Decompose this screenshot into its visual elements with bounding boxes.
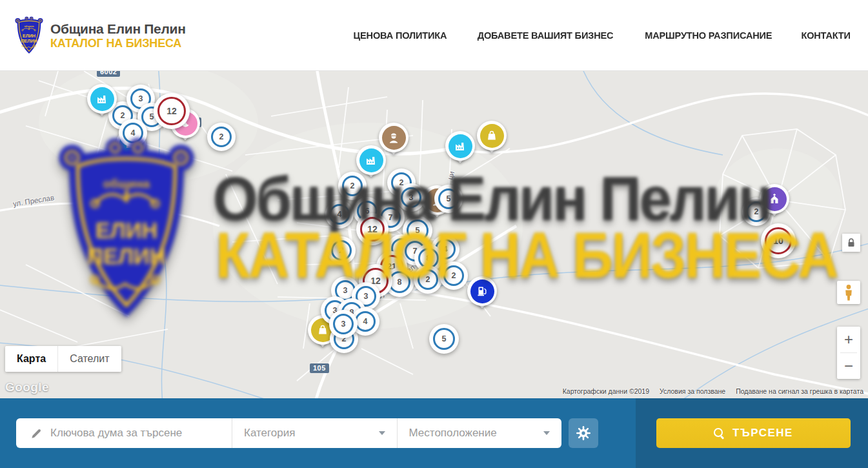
map-cluster-marker[interactable]: 12 xyxy=(154,93,190,129)
map-cluster-marker[interactable]: 2 xyxy=(439,261,468,290)
map-pin-marker[interactable] xyxy=(477,121,507,150)
pencil-icon xyxy=(30,427,43,440)
zoom-out-button[interactable]: − xyxy=(837,353,860,379)
keyword-input[interactable] xyxy=(50,427,212,440)
search-icon xyxy=(714,428,725,439)
pegman-button[interactable] xyxy=(837,281,860,304)
church-icon xyxy=(763,187,787,211)
map-type-control: Карта Сателит xyxy=(5,346,121,372)
attribution-copyright: Картографски данни ©2019 xyxy=(563,387,649,395)
nav-pricing-policy[interactable]: ЦЕНОВА ПОЛИТИКА xyxy=(354,30,447,41)
fuel-icon xyxy=(470,280,494,303)
map-attribution: Картографски данни ©2019 Условия за полз… xyxy=(563,387,863,395)
map-canvas[interactable]: 6002105 ул. Преславбул. „Новоселци 23512… xyxy=(0,71,868,398)
terms-of-use-link[interactable]: Условия за ползване xyxy=(660,387,725,395)
factory-icon xyxy=(449,134,472,158)
map-markers-layer: 2351224223564712522748218122233382435210 xyxy=(0,71,868,398)
shopping-bag-icon xyxy=(480,124,504,148)
site-title: Община Елин Пелин xyxy=(50,21,186,37)
category-select-label: Категория xyxy=(244,427,295,440)
chevron-down-icon xyxy=(543,431,550,435)
nav-contacts[interactable]: КОНТАКТИ xyxy=(801,30,850,41)
map-cluster-marker[interactable]: 2 xyxy=(414,265,442,294)
page: Община Елин Пелин КАТАЛОГ НА БИЗНЕСА ЦЕН… xyxy=(0,0,868,468)
map-cluster-marker[interactable]: 2 xyxy=(327,236,356,265)
brand-logo[interactable]: Община Елин Пелин КАТАЛОГ НА БИЗНЕСА xyxy=(14,16,186,56)
map-type-map-button[interactable]: Карта xyxy=(5,346,57,372)
factory-icon xyxy=(359,148,383,172)
gear-icon xyxy=(576,425,591,441)
report-map-error-link[interactable]: Подаване на сигнал за грешка в картата xyxy=(736,387,863,395)
location-select[interactable]: Местоположение xyxy=(397,418,562,448)
map-cluster-marker[interactable]: 10 xyxy=(761,223,796,258)
advanced-search-button[interactable] xyxy=(569,418,598,448)
map-cluster-marker[interactable]: 4 xyxy=(325,200,354,229)
lock-icon xyxy=(847,238,856,248)
nav-add-your-business[interactable]: ДОБАВЕТЕ ВАШИЯТ БИЗНЕС xyxy=(478,30,614,41)
map-pin-marker[interactable] xyxy=(467,276,497,306)
map-cluster-marker[interactable]: 2 xyxy=(207,123,236,151)
category-select[interactable]: Категория xyxy=(232,418,397,448)
map-cluster-marker[interactable]: 2 xyxy=(338,172,367,200)
municipality-crest-icon xyxy=(14,16,44,56)
search-bar: Категория Местоположение xyxy=(0,398,868,468)
google-logo[interactable]: Google xyxy=(5,380,49,394)
site-subtitle: КАТАЛОГ НА БИЗНЕСА xyxy=(50,37,186,50)
pegman-icon xyxy=(843,284,854,301)
zoom-in-button[interactable]: + xyxy=(837,327,860,352)
map-cluster-marker[interactable]: 5 xyxy=(429,324,459,354)
map-pin-marker[interactable] xyxy=(760,184,789,214)
map-cluster-marker[interactable]: 5 xyxy=(434,185,463,213)
search-button-label: ТЪРСЕНЕ xyxy=(732,427,793,440)
main-nav: ЦЕНОВА ПОЛИТИКА ДОБАВЕТЕ ВАШИЯТ БИЗНЕС М… xyxy=(350,0,852,71)
lock-button[interactable] xyxy=(842,234,860,252)
map-pin-marker[interactable] xyxy=(87,84,117,114)
map-cluster-marker[interactable]: 3 xyxy=(329,310,358,338)
header: Община Елин Пелин КАТАЛОГ НА БИЗНЕСА ЦЕН… xyxy=(0,0,868,71)
map-cluster-marker[interactable]: 12 xyxy=(356,213,389,245)
chevron-down-icon xyxy=(379,431,385,435)
nav-route-schedule[interactable]: МАРШРУТНО РАЗПИСАНИЕ xyxy=(645,30,772,41)
map-pin-marker[interactable] xyxy=(356,145,386,175)
keyword-field[interactable] xyxy=(16,418,232,448)
map-cluster-marker[interactable]: 3 xyxy=(397,183,425,212)
map-type-satellite-button[interactable]: Сателит xyxy=(57,346,121,372)
map-pin-marker[interactable] xyxy=(445,131,475,161)
search-button[interactable]: ТЪРСЕНЕ xyxy=(656,418,851,448)
map-cluster-marker[interactable]: 4 xyxy=(119,119,147,147)
brand-text: Община Елин Пелин КАТАЛОГ НА БИЗНЕСА xyxy=(50,21,186,50)
zoom-control: + − xyxy=(837,327,860,379)
search-fields-group: Категория Местоположение xyxy=(16,418,561,448)
location-select-label: Местоположение xyxy=(409,427,497,440)
factory-icon xyxy=(90,87,114,111)
